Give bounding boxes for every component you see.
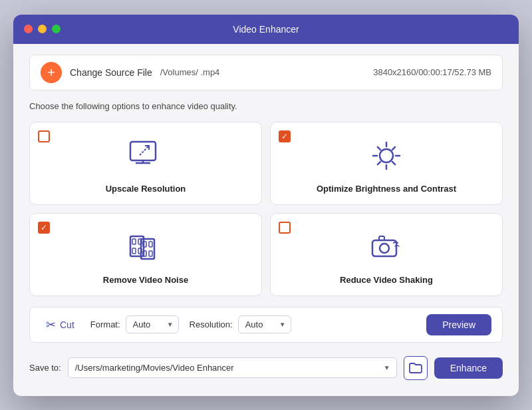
format-label: Format: xyxy=(90,319,120,329)
traffic-lights xyxy=(24,25,61,33)
options-grid: Upscale Resolution ✓ xyxy=(29,122,503,296)
window-title: Video Enhancer xyxy=(233,24,299,35)
svg-line-3 xyxy=(140,146,149,155)
save-to-label: Save to: xyxy=(29,363,61,373)
svg-rect-22 xyxy=(149,251,152,256)
option-upscale-label: Upscale Resolution xyxy=(106,184,186,194)
option-shaking-label: Reduce Video Shaking xyxy=(340,275,433,285)
option-noise-label: Remove Video Noise xyxy=(103,275,188,285)
save-path-input[interactable] xyxy=(68,357,397,378)
svg-line-12 xyxy=(378,161,380,164)
preview-button[interactable]: Preview xyxy=(426,314,491,335)
change-source-label[interactable]: Change Source File xyxy=(70,67,152,78)
titlebar: Video Enhancer xyxy=(13,15,519,44)
svg-rect-19 xyxy=(143,242,146,247)
app-window: Video Enhancer + Change Source File /Vol… xyxy=(13,15,519,396)
file-info: 3840x2160/00:00:17/52.73 MB xyxy=(373,67,491,77)
toolbar: ✂ Cut Format: Auto MP4 MOV AVI MKV ▼ R xyxy=(29,307,503,343)
add-source-button[interactable]: + xyxy=(41,62,62,83)
option-upscale[interactable]: Upscale Resolution xyxy=(29,122,262,205)
monitor-arrow-icon xyxy=(126,136,166,176)
svg-line-10 xyxy=(392,161,395,164)
format-select[interactable]: Auto MP4 MOV AVI MKV xyxy=(126,315,179,333)
format-select-wrapper: Auto MP4 MOV AVI MKV ▼ xyxy=(126,315,179,333)
checkbox-noise[interactable]: ✓ xyxy=(38,222,50,234)
cut-button[interactable]: ✂ Cut xyxy=(41,315,80,335)
svg-rect-14 xyxy=(132,239,136,244)
maximize-button[interactable] xyxy=(52,25,61,33)
sun-icon xyxy=(366,136,406,176)
folder-button[interactable] xyxy=(404,356,428,380)
bottom-bar: Save to: ▼ Enhance xyxy=(29,356,503,380)
resolution-select[interactable]: Auto 4K 1080p 720p 480p xyxy=(238,315,291,333)
svg-point-4 xyxy=(380,149,393,162)
enhance-button[interactable]: Enhance xyxy=(434,357,503,379)
option-noise[interactable]: ✓ xyxy=(29,213,262,296)
file-path: /Volumes/ .mp4 xyxy=(160,67,365,77)
main-content: + Change Source File /Volumes/ .mp4 3840… xyxy=(13,44,519,396)
minimize-button[interactable] xyxy=(38,25,47,33)
checkbox-brightness[interactable]: ✓ xyxy=(279,130,291,142)
description-text: Choose the following options to enhance … xyxy=(29,101,503,111)
resolution-select-wrapper: Auto 4K 1080p 720p 480p ▼ xyxy=(238,315,291,333)
resolution-label: Resolution: xyxy=(190,319,233,329)
format-group: Format: Auto MP4 MOV AVI MKV ▼ xyxy=(90,315,179,333)
scissors-icon: ✂ xyxy=(46,317,56,332)
cut-label: Cut xyxy=(60,319,74,330)
svg-rect-20 xyxy=(149,242,152,247)
option-shaking[interactable]: Reduce Video Shaking xyxy=(270,213,503,296)
save-path-wrapper: ▼ xyxy=(68,357,397,378)
source-bar: + Change Source File /Volumes/ .mp4 3840… xyxy=(29,55,503,91)
checkbox-upscale[interactable] xyxy=(38,130,50,142)
checkbox-shaking[interactable] xyxy=(279,222,291,234)
svg-point-24 xyxy=(380,244,389,253)
svg-line-11 xyxy=(392,146,395,149)
option-brightness[interactable]: ✓ Optimize Brightness and xyxy=(270,122,503,205)
close-button[interactable] xyxy=(24,25,33,33)
svg-rect-25 xyxy=(379,236,384,240)
resolution-group: Resolution: Auto 4K 1080p 720p 480p ▼ xyxy=(190,315,291,333)
svg-rect-16 xyxy=(132,248,136,254)
option-brightness-label: Optimize Brightness and Contrast xyxy=(317,184,456,194)
camera-icon xyxy=(366,227,406,267)
film-icon xyxy=(126,227,166,267)
svg-rect-21 xyxy=(143,251,146,256)
folder-icon xyxy=(409,362,422,374)
svg-rect-23 xyxy=(372,240,396,256)
svg-line-9 xyxy=(378,146,380,149)
